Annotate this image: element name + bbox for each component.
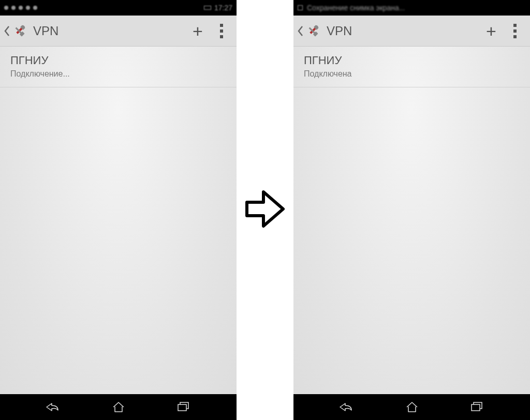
svg-rect-3 — [178, 404, 186, 411]
status-bar-notifications: Сохранение снимка экрана... — [298, 4, 405, 12]
vpn-item-status: Подключение... — [10, 69, 226, 79]
nav-back-button[interactable] — [40, 398, 65, 416]
vpn-list-item[interactable]: ПГНИУ Подключение... — [0, 47, 237, 87]
content-area: ПГНИУ Подключение... — [0, 47, 237, 394]
nav-back-icon — [338, 401, 355, 413]
action-bar: VPN + — [0, 16, 237, 47]
tools-settings-icon — [305, 23, 320, 39]
transition-arrow-icon — [242, 186, 288, 234]
vpn-list-item[interactable]: ПГНИУ Подключена — [293, 47, 530, 87]
phone-screenshot-left: 17:27 VPN + — [0, 0, 237, 420]
overflow-menu-button[interactable] — [503, 19, 527, 43]
navigation-bar — [0, 394, 237, 420]
status-bar-notifications — [4, 6, 37, 10]
overflow-menu-button[interactable] — [210, 19, 233, 43]
back-button[interactable] — [0, 16, 31, 46]
content-area: ПГНИУ Подключена — [293, 47, 530, 394]
nav-home-button[interactable] — [400, 398, 424, 416]
status-bar-notification-text: Сохранение снимка экрана... — [307, 4, 405, 12]
action-bar-title: VPN — [33, 24, 58, 38]
nav-recent-icon — [176, 401, 191, 413]
overflow-icon — [220, 24, 223, 38]
status-bar: Сохранение снимка экрана... — [293, 0, 530, 16]
vpn-item-title: ПГНИУ — [304, 54, 520, 67]
nav-back-button[interactable] — [334, 398, 359, 416]
navigation-bar — [293, 394, 530, 420]
phone-screenshot-right: Сохранение снимка экрана... VPN + — [293, 0, 530, 420]
vpn-item-status: Подключена — [304, 69, 520, 79]
action-bar: VPN + — [293, 16, 530, 47]
chevron-left-icon — [297, 25, 304, 37]
nav-home-icon — [405, 401, 419, 413]
status-bar: 17:27 — [0, 0, 237, 16]
add-button[interactable]: + — [186, 19, 210, 43]
nav-back-icon — [45, 401, 61, 413]
status-bar-time: 17:27 — [214, 4, 232, 12]
tools-settings-icon — [11, 23, 27, 39]
svg-rect-7 — [472, 404, 480, 411]
nav-home-button[interactable] — [106, 398, 131, 416]
nav-recent-button[interactable] — [171, 398, 196, 416]
back-button[interactable] — [293, 16, 325, 46]
nav-recent-icon — [470, 401, 484, 413]
nav-home-icon — [111, 401, 126, 413]
add-button[interactable]: + — [479, 19, 503, 43]
plus-icon: + — [193, 22, 203, 40]
nav-recent-button[interactable] — [465, 398, 490, 416]
status-bar-system: 17:27 — [204, 4, 232, 12]
chevron-left-icon — [3, 25, 10, 37]
plus-icon: + — [486, 22, 496, 40]
overflow-icon — [513, 24, 517, 38]
vpn-item-title: ПГНИУ — [10, 54, 226, 67]
action-bar-title: VPN — [327, 24, 352, 38]
